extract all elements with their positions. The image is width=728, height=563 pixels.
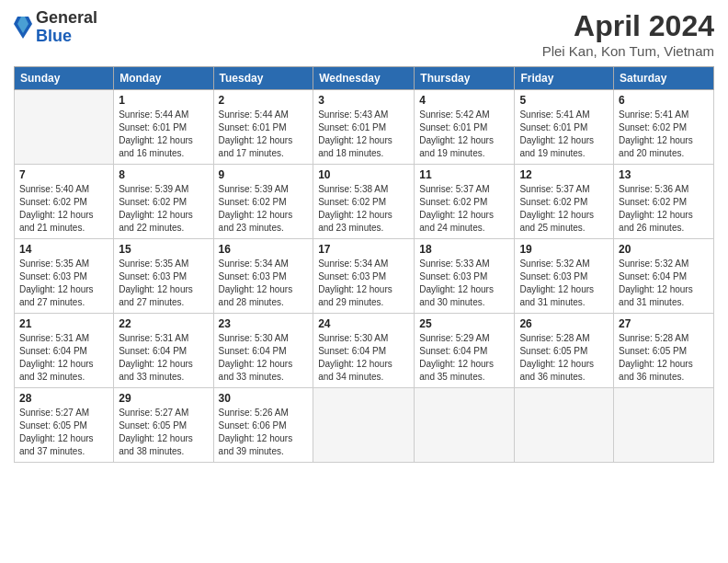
day-num-6: 6 [619, 94, 709, 107]
day-info-15: Sunrise: 5:35 AMSunset: 6:03 PMDaylight:… [119, 258, 208, 309]
header: General Blue April 2024 Plei Kan, Kon Tu… [14, 9, 714, 59]
week-row-1: 1Sunrise: 5:44 AMSunset: 6:01 PMDaylight… [15, 90, 714, 165]
cell-w2-d4: 10Sunrise: 5:38 AMSunset: 6:02 PMDayligh… [313, 165, 415, 239]
day-info-20: Sunrise: 5:32 AMSunset: 6:04 PMDaylight:… [619, 258, 709, 309]
cell-w5-d1: 28Sunrise: 5:27 AMSunset: 6:05 PMDayligh… [15, 388, 114, 463]
week-row-4: 21Sunrise: 5:31 AMSunset: 6:04 PMDayligh… [15, 314, 714, 388]
day-num-8: 8 [119, 168, 208, 181]
day-info-3: Sunrise: 5:43 AMSunset: 6:01 PMDaylight:… [318, 109, 409, 160]
cell-w4-d7: 27Sunrise: 5:28 AMSunset: 6:05 PMDayligh… [614, 314, 714, 388]
day-num-30: 30 [219, 392, 309, 405]
day-num-3: 3 [318, 94, 409, 107]
header-monday: Monday [114, 67, 213, 90]
day-num-7: 7 [19, 168, 108, 181]
page: General Blue April 2024 Plei Kan, Kon Tu… [0, 0, 728, 563]
cell-w4-d2: 22Sunrise: 5:31 AMSunset: 6:04 PMDayligh… [114, 314, 213, 388]
cell-w5-d3: 30Sunrise: 5:26 AMSunset: 6:06 PMDayligh… [213, 388, 313, 463]
cell-w3-d7: 20Sunrise: 5:32 AMSunset: 6:04 PMDayligh… [614, 239, 714, 314]
cell-w5-d4 [313, 388, 415, 463]
cell-w3-d4: 17Sunrise: 5:34 AMSunset: 6:03 PMDayligh… [313, 239, 415, 314]
day-num-2: 2 [219, 94, 309, 107]
logo-text: General Blue [36, 9, 97, 46]
day-num-25: 25 [419, 317, 509, 330]
day-info-28: Sunrise: 5:27 AMSunset: 6:05 PMDaylight:… [19, 407, 108, 458]
subtitle: Plei Kan, Kon Tum, Vietnam [542, 43, 714, 59]
cell-w4-d5: 25Sunrise: 5:29 AMSunset: 6:04 PMDayligh… [415, 314, 515, 388]
cell-w5-d6 [515, 388, 614, 463]
day-info-21: Sunrise: 5:31 AMSunset: 6:04 PMDaylight:… [19, 332, 108, 384]
day-info-10: Sunrise: 5:38 AMSunset: 6:02 PMDaylight:… [318, 183, 409, 235]
day-info-22: Sunrise: 5:31 AMSunset: 6:04 PMDaylight:… [119, 332, 208, 384]
day-info-17: Sunrise: 5:34 AMSunset: 6:03 PMDaylight:… [318, 258, 409, 309]
day-info-29: Sunrise: 5:27 AMSunset: 6:05 PMDaylight:… [119, 407, 208, 458]
day-info-2: Sunrise: 5:44 AMSunset: 6:01 PMDaylight:… [219, 109, 309, 160]
cell-w2-d3: 9Sunrise: 5:39 AMSunset: 6:02 PMDaylight… [213, 165, 313, 239]
day-info-25: Sunrise: 5:29 AMSunset: 6:04 PMDaylight:… [419, 332, 509, 384]
day-num-21: 21 [19, 317, 108, 330]
header-sunday: Sunday [15, 67, 114, 90]
cell-w1-d3: 2Sunrise: 5:44 AMSunset: 6:01 PMDaylight… [213, 90, 313, 165]
cell-w4-d1: 21Sunrise: 5:31 AMSunset: 6:04 PMDayligh… [15, 314, 114, 388]
logo-line2: Blue [36, 28, 97, 46]
calendar: Sunday Monday Tuesday Wednesday Thursday… [14, 66, 714, 463]
day-info-19: Sunrise: 5:32 AMSunset: 6:03 PMDaylight:… [519, 258, 609, 309]
day-info-1: Sunrise: 5:44 AMSunset: 6:01 PMDaylight:… [119, 109, 208, 160]
day-info-11: Sunrise: 5:37 AMSunset: 6:02 PMDaylight:… [419, 183, 509, 235]
header-wednesday: Wednesday [313, 67, 415, 90]
cell-w3-d2: 15Sunrise: 5:35 AMSunset: 6:03 PMDayligh… [114, 239, 213, 314]
day-num-22: 22 [119, 317, 208, 330]
day-info-8: Sunrise: 5:39 AMSunset: 6:02 PMDaylight:… [119, 183, 208, 235]
cell-w1-d4: 3Sunrise: 5:43 AMSunset: 6:01 PMDaylight… [313, 90, 415, 165]
logo: General Blue [14, 9, 97, 46]
day-info-12: Sunrise: 5:37 AMSunset: 6:02 PMDaylight:… [519, 183, 609, 235]
cell-w2-d6: 12Sunrise: 5:37 AMSunset: 6:02 PMDayligh… [515, 165, 614, 239]
day-num-28: 28 [19, 392, 108, 405]
week-row-3: 14Sunrise: 5:35 AMSunset: 6:03 PMDayligh… [15, 239, 714, 314]
day-num-13: 13 [619, 168, 709, 181]
day-info-27: Sunrise: 5:28 AMSunset: 6:05 PMDaylight:… [619, 332, 709, 384]
day-num-11: 11 [419, 168, 509, 181]
cell-w4-d3: 23Sunrise: 5:30 AMSunset: 6:04 PMDayligh… [213, 314, 313, 388]
day-num-23: 23 [219, 317, 309, 330]
day-num-15: 15 [119, 243, 208, 256]
cell-w1-d5: 4Sunrise: 5:42 AMSunset: 6:01 PMDaylight… [415, 90, 515, 165]
day-num-4: 4 [419, 94, 509, 107]
cell-w3-d6: 19Sunrise: 5:32 AMSunset: 6:03 PMDayligh… [515, 239, 614, 314]
day-num-20: 20 [619, 243, 709, 256]
day-info-24: Sunrise: 5:30 AMSunset: 6:04 PMDaylight:… [318, 332, 409, 384]
day-info-30: Sunrise: 5:26 AMSunset: 6:06 PMDaylight:… [219, 407, 309, 458]
day-info-16: Sunrise: 5:34 AMSunset: 6:03 PMDaylight:… [219, 258, 309, 309]
day-info-6: Sunrise: 5:41 AMSunset: 6:02 PMDaylight:… [619, 109, 709, 160]
day-num-27: 27 [619, 317, 709, 330]
cell-w5-d5 [415, 388, 515, 463]
cell-w3-d3: 16Sunrise: 5:34 AMSunset: 6:03 PMDayligh… [213, 239, 313, 314]
cell-w1-d6: 5Sunrise: 5:41 AMSunset: 6:01 PMDaylight… [515, 90, 614, 165]
cell-w4-d4: 24Sunrise: 5:30 AMSunset: 6:04 PMDayligh… [313, 314, 415, 388]
day-num-17: 17 [318, 243, 409, 256]
day-info-5: Sunrise: 5:41 AMSunset: 6:01 PMDaylight:… [519, 109, 609, 160]
day-num-26: 26 [519, 317, 609, 330]
week-row-2: 7Sunrise: 5:40 AMSunset: 6:02 PMDaylight… [15, 165, 714, 239]
day-info-13: Sunrise: 5:36 AMSunset: 6:02 PMDaylight:… [619, 183, 709, 235]
day-num-9: 9 [219, 168, 309, 181]
cell-w5-d2: 29Sunrise: 5:27 AMSunset: 6:05 PMDayligh… [114, 388, 213, 463]
day-info-18: Sunrise: 5:33 AMSunset: 6:03 PMDaylight:… [419, 258, 509, 309]
day-num-16: 16 [219, 243, 309, 256]
cell-w2-d2: 8Sunrise: 5:39 AMSunset: 6:02 PMDaylight… [114, 165, 213, 239]
day-num-12: 12 [519, 168, 609, 181]
day-info-4: Sunrise: 5:42 AMSunset: 6:01 PMDaylight:… [419, 109, 509, 160]
logo-icon [14, 15, 32, 40]
week-row-5: 28Sunrise: 5:27 AMSunset: 6:05 PMDayligh… [15, 388, 714, 463]
day-info-26: Sunrise: 5:28 AMSunset: 6:05 PMDaylight:… [519, 332, 609, 384]
day-num-24: 24 [318, 317, 409, 330]
header-tuesday: Tuesday [213, 67, 313, 90]
header-thursday: Thursday [415, 67, 515, 90]
cell-w2-d7: 13Sunrise: 5:36 AMSunset: 6:02 PMDayligh… [614, 165, 714, 239]
title-block: April 2024 Plei Kan, Kon Tum, Vietnam [542, 9, 714, 59]
main-title: April 2024 [542, 9, 714, 43]
cell-w1-d1 [15, 90, 114, 165]
calendar-header-row: Sunday Monday Tuesday Wednesday Thursday… [15, 67, 714, 90]
day-num-29: 29 [119, 392, 208, 405]
day-num-14: 14 [19, 243, 108, 256]
day-info-9: Sunrise: 5:39 AMSunset: 6:02 PMDaylight:… [219, 183, 309, 235]
